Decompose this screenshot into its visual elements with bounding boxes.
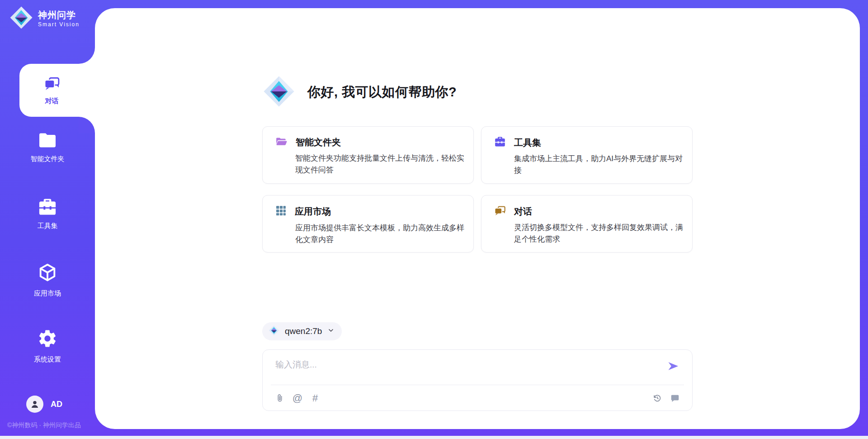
- sidebar-item-app-market[interactable]: 应用市场: [0, 262, 95, 298]
- horizontal-scrollbar[interactable]: [0, 436, 868, 439]
- person-icon: [29, 399, 40, 410]
- at-icon: @: [292, 393, 302, 403]
- avatar: [26, 396, 43, 413]
- feature-cards: 智能文件夹 智能文件夹功能支持批量文件上传与清洗，轻松实现文件问答: [262, 126, 693, 253]
- card-toolset[interactable]: 工具集 集成市场上主流工具，助力AI与外界无缝扩展与对接: [481, 126, 693, 184]
- folder-icon: [38, 132, 57, 150]
- card-app-market[interactable]: 应用市场 应用市场提供丰富长文本模板，助力高效生成多样化文章内容: [262, 195, 474, 253]
- send-button[interactable]: [667, 360, 679, 372]
- toolbox-icon: [38, 198, 57, 217]
- diamond-logo-icon: [269, 325, 279, 338]
- diamond-logo-icon: [262, 75, 296, 110]
- message-icon: [670, 393, 680, 403]
- mention-button[interactable]: @: [292, 393, 303, 404]
- model-name: qwen2:7b: [285, 326, 322, 336]
- brand-name: 神州问学: [38, 10, 80, 20]
- user-account[interactable]: AD: [26, 396, 62, 413]
- main-panel: 你好, 我可以如何帮助你? 智能文件夹: [95, 8, 860, 429]
- cube-icon: [37, 262, 58, 285]
- sidebar-item-label: 系统设置: [34, 355, 61, 364]
- tab-connector-bottom: [79, 117, 95, 133]
- model-selector[interactable]: qwen2:7b: [262, 322, 342, 340]
- card-description: 灵活切换多模型文件，支持多样回复效果调试，满足个性化需求: [514, 222, 684, 245]
- attach-file-button[interactable]: [274, 393, 285, 404]
- card-title: 智能文件夹: [296, 136, 341, 148]
- sidebar-item-chat[interactable]: 对话: [19, 64, 95, 117]
- grid-icon: [275, 205, 287, 218]
- sidebar-item-label: 工具集: [38, 222, 58, 230]
- new-chat-button[interactable]: [670, 393, 680, 404]
- chat-icon: [44, 76, 60, 93]
- copyright-text: ©神州数码 · 神州问学出品: [7, 421, 81, 429]
- card-title: 应用市场: [295, 205, 331, 218]
- app-window: 神州问学 Smart Vision 对话 智能文件夹: [0, 0, 868, 439]
- sidebar: 神州问学 Smart Vision 对话 智能文件夹: [0, 0, 95, 436]
- sidebar-item-label: 对话: [45, 97, 59, 105]
- user-initials: AD: [51, 400, 62, 409]
- gear-icon: [37, 328, 58, 351]
- chat-icon: [494, 205, 506, 218]
- paperclip-icon: [275, 393, 284, 403]
- tab-connector-top: [79, 48, 95, 64]
- sidebar-item-label: 智能文件夹: [31, 155, 65, 163]
- toolbox-icon: [494, 136, 506, 149]
- history-button[interactable]: [652, 393, 663, 404]
- greeting: 你好, 我可以如何帮助你?: [262, 8, 693, 110]
- topic-button[interactable]: #: [310, 393, 321, 404]
- send-icon: [667, 360, 679, 372]
- chevron-down-icon: [327, 327, 335, 336]
- sidebar-item-smart-folder[interactable]: 智能文件夹: [0, 132, 95, 163]
- diamond-logo-icon: [9, 5, 33, 32]
- card-chat[interactable]: 对话 灵活切换多模型文件，支持多样回复效果调试，满足个性化需求: [481, 195, 693, 253]
- card-description: 集成市场上主流工具，助力AI与外界无缝扩展与对接: [514, 153, 684, 176]
- card-description: 智能文件夹功能支持批量文件上传与清洗，轻松实现文件问答: [295, 153, 465, 176]
- greeting-title: 你好, 我可以如何帮助你?: [307, 83, 457, 101]
- folder-open-icon: [275, 136, 288, 148]
- hash-icon: #: [312, 393, 318, 403]
- message-composer: @ #: [262, 349, 693, 411]
- card-smart-folder[interactable]: 智能文件夹 智能文件夹功能支持批量文件上传与清洗，轻松实现文件问答: [262, 126, 474, 184]
- composer-divider: [271, 385, 684, 385]
- sidebar-item-toolset[interactable]: 工具集: [0, 198, 95, 230]
- history-icon: [652, 393, 662, 403]
- brand-subtitle: Smart Vision: [38, 21, 80, 28]
- message-input[interactable]: [274, 358, 656, 385]
- sidebar-item-settings[interactable]: 系统设置: [0, 328, 95, 364]
- brand: 神州问学 Smart Vision: [9, 5, 80, 32]
- card-description: 应用市场提供丰富长文本模板，助力高效生成多样化文章内容: [295, 222, 465, 245]
- sidebar-item-label: 应用市场: [34, 289, 61, 298]
- card-title: 对话: [514, 205, 532, 218]
- card-title: 工具集: [514, 137, 541, 149]
